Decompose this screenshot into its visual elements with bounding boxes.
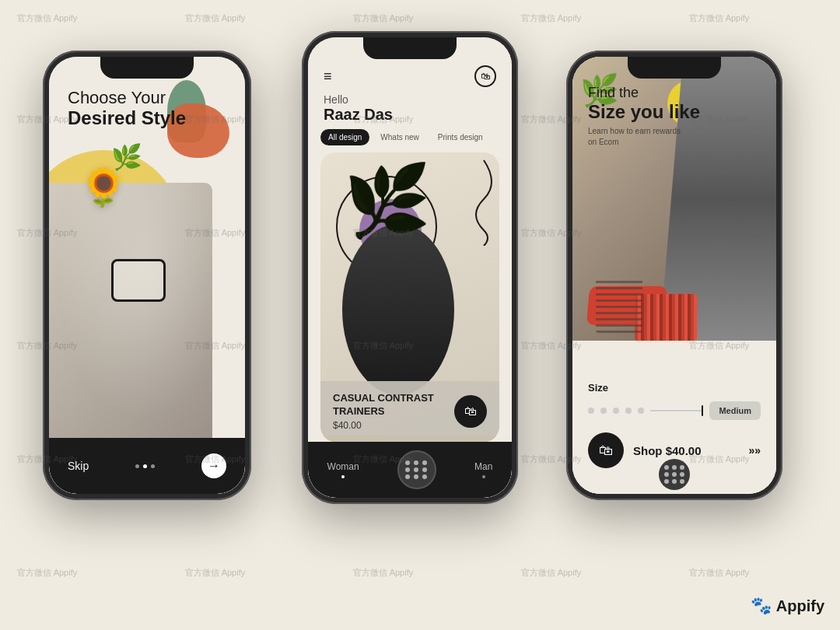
s3ng3 xyxy=(680,465,684,470)
s2-plant-icon: 🌿 xyxy=(344,160,431,242)
s1-bottom-bar: Skip → xyxy=(49,438,245,494)
s3-striped-pattern xyxy=(635,294,697,341)
size-dot-1[interactable] xyxy=(588,408,594,414)
s2-add-to-cart-button[interactable]: 🛍 xyxy=(454,395,487,428)
s3-title-line1: Find the xyxy=(588,85,761,101)
size-slider-track xyxy=(650,410,703,411)
ng7 xyxy=(405,474,410,479)
s1-dot-1 xyxy=(135,464,139,468)
s3ng8 xyxy=(672,479,677,484)
screen-2-content: ≡ 🛍 Hello Raaz Das All design Whats new … xyxy=(308,37,512,498)
s1-heading: Choose Your Desired Style xyxy=(68,88,186,129)
s2-bottom-nav: Woman xyxy=(308,442,512,498)
phone-3-notch xyxy=(628,57,721,79)
wm4: 官方微信 Appify xyxy=(521,12,582,24)
s3ng7 xyxy=(664,479,669,484)
s3ng9 xyxy=(680,479,684,484)
s3ng1 xyxy=(664,465,669,470)
tab-prints-design[interactable]: Prints design xyxy=(430,129,491,145)
phone-1-notch xyxy=(100,57,194,79)
wm27: 官方微信 Appify xyxy=(185,567,246,579)
ng8 xyxy=(414,474,418,479)
s3ng2 xyxy=(672,465,677,470)
menu-icon[interactable]: ≡ xyxy=(324,69,332,83)
s3-subtitle: Learn how to earn rewards on Ecom xyxy=(588,126,681,148)
s2-cart-icon: 🛍 xyxy=(464,404,477,418)
ng4 xyxy=(405,467,410,472)
tab-all-design[interactable]: All design xyxy=(320,129,369,145)
wm3: 官方微信 Appify xyxy=(353,12,414,24)
ng2 xyxy=(414,460,418,465)
s1-rect-frame xyxy=(111,259,166,302)
s3-size-selector: Medium xyxy=(588,401,761,420)
s3-home-button[interactable] xyxy=(659,459,690,490)
ng6 xyxy=(422,467,427,472)
s2-product-price: $40.00 xyxy=(333,420,448,431)
phone-2-notch xyxy=(363,37,457,59)
phone-1-screen: 🌿 🌻 Choose Your Desired Style Skip → xyxy=(49,57,245,494)
ng9 xyxy=(422,474,427,479)
s1-dot-2 xyxy=(143,464,147,468)
wm30: 官方微信 Appify xyxy=(689,567,750,579)
size-dot-2[interactable] xyxy=(600,408,607,414)
s1-progress-dots xyxy=(135,464,155,468)
s3-nav-grid-icon xyxy=(664,465,685,484)
s2-wavy-svg xyxy=(437,152,499,246)
s3-building-lines xyxy=(596,278,642,333)
tab-whats-new[interactable]: Whats new xyxy=(373,129,426,145)
wm5: 官方微信 Appify xyxy=(689,12,750,24)
wm26: 官方微信 Appify xyxy=(17,567,78,579)
s1-woman-figure xyxy=(49,183,212,447)
screen-3-content: 🌿 Find the Size you like Learn how to ea… xyxy=(572,57,776,494)
phone-3-screen: 🌿 Find the Size you like Learn how to ea… xyxy=(572,57,776,494)
nav-man[interactable]: Man xyxy=(474,461,492,478)
size-dot-3[interactable] xyxy=(613,408,619,414)
s3-size-label: Size xyxy=(588,382,761,394)
s2-category-tabs: All design Whats new Prints design Ov… xyxy=(320,129,499,145)
ng1 xyxy=(405,460,410,465)
wm28: 官方微信 Appify xyxy=(353,567,414,579)
greeting-hello: Hello xyxy=(324,93,393,106)
appify-logo-icon: 🐾 xyxy=(751,596,772,616)
s2-product-details: CASUAL CONTRAST TRAINERS $40.00 xyxy=(333,392,448,431)
phone-2: ≡ 🛍 Hello Raaz Das All design Whats new … xyxy=(302,31,518,504)
size-dot-4[interactable] xyxy=(625,408,632,414)
screen-1-content: 🌿 🌻 Choose Your Desired Style Skip → xyxy=(49,57,245,494)
phone-2-screen: ≡ 🛍 Hello Raaz Das All design Whats new … xyxy=(308,37,512,498)
wm1: 官方微信 Appify xyxy=(17,12,78,24)
size-badge[interactable]: Medium xyxy=(709,401,761,420)
s2-greeting: Hello Raaz Das xyxy=(324,93,393,124)
nav-woman-dot xyxy=(341,475,345,478)
s1-heading-line2: Desired Style xyxy=(68,108,186,128)
phone-3: 🌿 Find the Size you like Learn how to ea… xyxy=(566,51,782,500)
s3-home-nav xyxy=(572,455,776,494)
nav-grid-icon xyxy=(405,460,429,479)
s3ng6 xyxy=(680,472,684,477)
s3ng5 xyxy=(672,472,677,477)
skip-button[interactable]: Skip xyxy=(68,460,89,472)
s2-product-info: CASUAL CONTRAST TRAINERS $40.00 🛍 xyxy=(320,381,499,442)
s3-title: Find the Size you like xyxy=(588,85,761,123)
bag-icon[interactable]: 🛍 xyxy=(474,65,496,87)
s3-title-line2: Size you like xyxy=(588,101,761,123)
wm29: 官方微信 Appify xyxy=(521,567,582,579)
s3-bottom-panel: Size Medium 🛍 S xyxy=(572,369,776,494)
next-arrow-button[interactable]: → xyxy=(201,453,226,478)
s2-product-name: CASUAL CONTRAST TRAINERS xyxy=(333,392,448,418)
wm2: 官方微信 Appify xyxy=(185,12,246,24)
greeting-name: Raaz Das xyxy=(324,106,393,124)
nav-woman-label: Woman xyxy=(327,461,359,472)
nav-man-dot xyxy=(482,475,485,478)
ng3 xyxy=(422,460,427,465)
nav-woman[interactable]: Woman xyxy=(327,461,359,478)
tab-overflow[interactable]: Ov… xyxy=(494,129,499,145)
s2-header: ≡ 🛍 xyxy=(324,65,496,87)
phone-1: 🌿 🌻 Choose Your Desired Style Skip → xyxy=(43,51,251,500)
s1-dot-3 xyxy=(151,464,155,468)
appify-logo-text: Appify xyxy=(776,597,824,615)
s1-heading-line1: Choose Your xyxy=(68,88,186,108)
s3ng4 xyxy=(664,472,669,477)
nav-home-button[interactable] xyxy=(397,450,436,489)
ng5 xyxy=(414,467,418,472)
size-dot-5[interactable] xyxy=(638,408,644,414)
